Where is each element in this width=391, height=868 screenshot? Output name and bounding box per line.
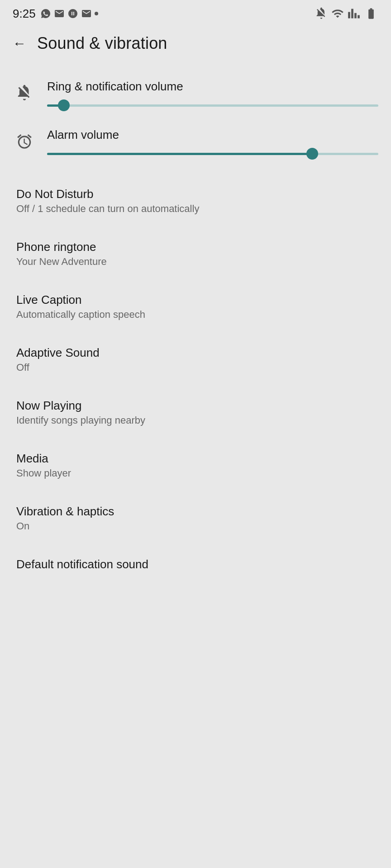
gmail-icon (54, 8, 65, 19)
status-time: 9:25 (13, 7, 36, 21)
settings-item-media[interactable]: Media Show player (0, 439, 391, 492)
phone-ringtone-subtitle: Your New Adventure (16, 256, 375, 268)
now-playing-subtitle: Identify songs playing nearby (16, 415, 375, 426)
media-subtitle: Show player (16, 467, 375, 479)
alarm-volume-slider[interactable] (47, 149, 378, 158)
vibration-haptics-title: Vibration & haptics (16, 505, 375, 519)
default-notification-sound-title: Default notification sound (16, 557, 375, 571)
phone-ringtone-title: Phone ringtone (16, 240, 375, 254)
ring-volume-label: Ring & notification volume (47, 80, 378, 94)
notification-dot (95, 12, 98, 15)
ring-volume-icon (13, 81, 36, 105)
settings-list: Do Not Disturb Off / 1 schedule can turn… (0, 175, 391, 586)
settings-item-now-playing[interactable]: Now Playing Identify songs playing nearb… (0, 386, 391, 439)
volume-section: Ring & notification volume Alarm volume (0, 61, 391, 175)
settings-item-phone-ringtone[interactable]: Phone ringtone Your New Adventure (0, 227, 391, 280)
settings-item-do-not-disturb[interactable]: Do Not Disturb Off / 1 schedule can turn… (0, 175, 391, 227)
bell-muted-volume-icon (16, 85, 33, 102)
alarm-volume-icon (13, 130, 36, 153)
alarm-slider-fill (47, 153, 312, 155)
page-title: Sound & vibration (37, 34, 167, 53)
adaptive-sound-subtitle: Off (16, 362, 375, 373)
back-button[interactable]: ← (13, 36, 26, 51)
alarm-volume-item: Alarm volume (13, 123, 378, 164)
copilot-icon (67, 8, 78, 19)
do-not-disturb-title: Do Not Disturb (16, 187, 375, 201)
whatsapp-icon (40, 8, 51, 19)
live-caption-title: Live Caption (16, 293, 375, 307)
status-bar: 9:25 (0, 0, 391, 25)
alarm-volume-content: Alarm volume (47, 128, 378, 158)
media-title: Media (16, 452, 375, 466)
status-time-area: 9:25 (13, 7, 98, 21)
live-caption-subtitle: Automatically caption speech (16, 309, 375, 321)
settings-content: Ring & notification volume Alarm volume (0, 61, 391, 586)
ring-volume-item: Ring & notification volume (13, 74, 378, 115)
now-playing-title: Now Playing (16, 399, 375, 413)
settings-item-live-caption[interactable]: Live Caption Automatically caption speec… (0, 280, 391, 333)
ring-volume-content: Ring & notification volume (47, 80, 378, 110)
do-not-disturb-subtitle: Off / 1 schedule can turn on automatical… (16, 203, 375, 215)
bell-muted-icon (315, 7, 328, 20)
gmail2-icon (81, 8, 92, 19)
status-system-icons (315, 7, 378, 20)
vibration-haptics-subtitle: On (16, 520, 375, 532)
ring-slider-thumb[interactable] (58, 99, 70, 111)
page-header: ← Sound & vibration (0, 25, 391, 61)
status-notification-icons (40, 8, 98, 19)
battery-icon (364, 7, 378, 20)
settings-item-default-notification-sound[interactable]: Default notification sound (0, 545, 391, 586)
ring-volume-slider[interactable] (47, 101, 378, 110)
alarm-clock-icon (16, 133, 33, 150)
ring-slider-track-bg (47, 104, 378, 107)
wifi-icon (331, 7, 344, 20)
signal-icon (348, 7, 360, 20)
settings-item-adaptive-sound[interactable]: Adaptive Sound Off (0, 333, 391, 386)
alarm-slider-thumb[interactable] (306, 148, 318, 160)
settings-item-vibration-haptics[interactable]: Vibration & haptics On (0, 492, 391, 545)
adaptive-sound-title: Adaptive Sound (16, 346, 375, 360)
alarm-volume-label: Alarm volume (47, 128, 378, 142)
